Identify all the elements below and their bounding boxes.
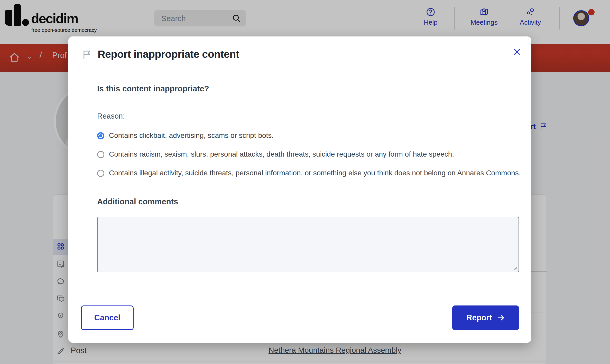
reason-option-label: Contains racism, sexism, slurs, personal… xyxy=(109,150,454,158)
reason-options: Contains clickbait, advertising, scams o… xyxy=(97,131,524,178)
flag-icon xyxy=(82,49,93,60)
radio-button[interactable] xyxy=(97,151,104,158)
arrow-right-icon xyxy=(497,314,505,322)
reason-option-hate-speech[interactable]: Contains racism, sexism, slurs, personal… xyxy=(97,149,524,159)
reason-option-label: Contains clickbait, advertising, scams o… xyxy=(109,131,274,139)
report-button[interactable]: Report xyxy=(452,305,519,330)
additional-comments-label: Additional comments xyxy=(97,197,524,206)
modal-title: Report inappropriate content xyxy=(98,48,239,60)
report-modal: Report inappropriate content Is this con… xyxy=(68,36,531,343)
reason-option-illegal[interactable]: Contains illegal activity, suicide threa… xyxy=(97,168,524,178)
radio-button[interactable] xyxy=(97,132,104,139)
radio-button[interactable] xyxy=(97,170,104,177)
modal-question: Is this content inappropriate? xyxy=(97,84,524,93)
reason-option-label: Contains illegal activity, suicide threa… xyxy=(109,169,521,177)
cancel-button[interactable]: Cancel xyxy=(81,305,134,330)
additional-comments-input[interactable] xyxy=(97,217,519,272)
comments-field-wrap xyxy=(97,217,519,272)
reason-option-clickbait[interactable]: Contains clickbait, advertising, scams o… xyxy=(97,131,524,140)
close-icon[interactable] xyxy=(513,46,524,58)
reason-label: Reason: xyxy=(97,112,524,120)
report-button-label: Report xyxy=(466,313,492,322)
